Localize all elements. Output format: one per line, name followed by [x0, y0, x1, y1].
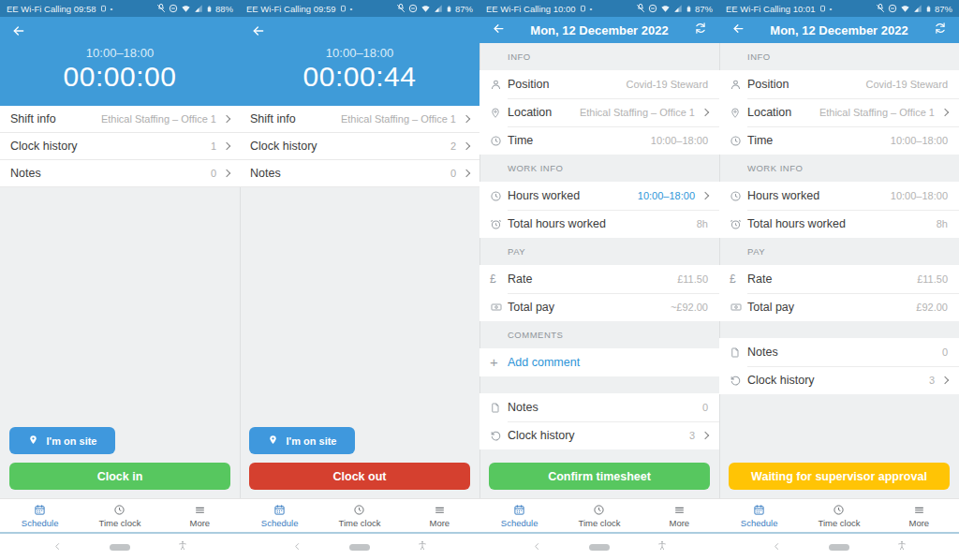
history-icon	[730, 375, 747, 387]
clock-out-button[interactable]: Clock out	[249, 463, 470, 490]
nav-time-clock[interactable]: Time clock	[799, 499, 878, 532]
android-back-icon[interactable]	[292, 538, 302, 555]
row-value: Covid-19 Steward	[627, 79, 708, 90]
row-clock-history[interactable]: Clock history 3	[719, 366, 959, 394]
location-pin-icon	[490, 107, 508, 119]
mute-icon	[876, 4, 885, 13]
nav-label: More	[429, 518, 450, 528]
row-notes[interactable]: Notes 0	[240, 160, 480, 187]
nav-more[interactable]: More	[640, 499, 719, 532]
android-back-icon[interactable]	[772, 538, 782, 555]
row-label: Shift info	[250, 112, 296, 125]
row-label: Rate	[508, 273, 532, 286]
battery-saver-icon	[340, 4, 347, 13]
nav-more[interactable]: More	[160, 499, 240, 532]
row-clock-history[interactable]: Clock history 2	[240, 133, 480, 160]
row-clock-history[interactable]: Clock history 3	[480, 421, 719, 449]
nav-time-clock[interactable]: Time clock	[80, 499, 159, 532]
carrier-time-text: EE Wi-Fi Calling 10:01	[726, 4, 816, 14]
timer-header: 10:00–18:00 00:00:44	[240, 17, 480, 106]
im-on-site-button[interactable]: I'm on site	[9, 427, 115, 454]
nav-schedule[interactable]: Schedule	[719, 499, 799, 532]
row-value: 3	[929, 375, 935, 386]
row-clock-history[interactable]: Clock history 1	[0, 133, 240, 160]
calendar-icon	[753, 504, 765, 516]
location-pin-icon	[28, 434, 38, 448]
back-button[interactable]	[728, 20, 748, 40]
wifi-icon	[660, 4, 671, 13]
chevron-right-icon	[941, 109, 949, 116]
nav-label: Time clock	[818, 518, 860, 528]
battery-saver-icon	[100, 4, 107, 13]
back-button[interactable]	[8, 22, 29, 43]
clock-in-button[interactable]: Clock in	[9, 463, 230, 490]
nav-schedule[interactable]: Schedule	[240, 499, 319, 532]
row-hours-worked[interactable]: Hours worked 10:00–18:00	[480, 182, 719, 210]
row-value: Ethical Staffing – Office 1	[580, 107, 695, 118]
accessibility-person-icon[interactable]	[417, 538, 428, 555]
nav-time-clock[interactable]: Time clock	[559, 499, 639, 532]
calendar-icon	[34, 504, 46, 516]
add-comment-label: Add comment	[508, 356, 580, 369]
elapsed-timer: 00:00:44	[240, 61, 480, 93]
do-not-disturb-icon	[169, 4, 178, 13]
row-value: £92.00	[916, 302, 948, 313]
row-notes[interactable]: Notes 0	[719, 338, 959, 366]
back-button[interactable]	[248, 22, 269, 43]
im-on-site-button[interactable]: I'm on site	[249, 427, 355, 454]
row-label: Position	[508, 78, 549, 91]
accessibility-person-icon[interactable]	[657, 538, 668, 555]
chevron-right-icon	[223, 115, 230, 123]
nav-label: More	[908, 518, 929, 528]
row-notes[interactable]: Notes 0	[0, 160, 240, 187]
screen-timesheet-waiting: EE Wi-Fi Calling 10:01 • 87% Mon, 12 Dec…	[719, 0, 959, 560]
row-location[interactable]: Location Ethical Staffing – Office 1	[480, 98, 719, 126]
android-home-pill[interactable]	[110, 544, 130, 551]
row-total-pay: Total pay £92.00	[719, 293, 959, 321]
nav-more[interactable]: More	[400, 499, 480, 532]
row-location[interactable]: Location Ethical Staffing – Office 1	[719, 98, 959, 126]
row-value: 8h	[697, 218, 708, 229]
waiting-approval-label: Waiting for supervisor approval	[751, 470, 927, 483]
android-gesture-bar	[240, 534, 480, 560]
row-position: Position Covid-19 Steward	[480, 70, 719, 98]
android-back-icon[interactable]	[52, 538, 63, 555]
row-notes[interactable]: Notes 0	[480, 393, 719, 421]
menu-icon	[673, 504, 686, 516]
accessibility-person-icon[interactable]	[896, 538, 907, 555]
android-gesture-bar	[719, 534, 959, 560]
confirm-timesheet-button[interactable]: Confirm timesheet	[489, 463, 710, 490]
android-home-pill[interactable]	[829, 544, 849, 551]
back-button[interactable]	[488, 20, 509, 40]
android-home-pill[interactable]	[589, 544, 610, 551]
section-header-pay: PAY	[719, 238, 959, 265]
battery-icon	[686, 4, 692, 14]
row-rate: £ Rate £11.50	[719, 265, 959, 293]
nav-time-clock[interactable]: Time clock	[319, 499, 399, 532]
nav-more[interactable]: More	[879, 499, 959, 532]
row-shift-info[interactable]: Shift info Ethical Staffing – Office 1	[0, 106, 240, 133]
refresh-button[interactable]	[930, 20, 951, 40]
shift-time-range: 10:00–18:00	[0, 17, 240, 60]
bottom-nav: Schedule Time clock More	[719, 498, 959, 534]
android-gesture-bar	[0, 534, 240, 560]
android-home-pill[interactable]	[349, 544, 370, 551]
row-label: Time	[747, 134, 773, 147]
chevron-right-icon	[223, 169, 230, 177]
clock-in-label: Clock in	[97, 470, 143, 483]
refresh-button[interactable]	[690, 20, 711, 40]
row-shift-info[interactable]: Shift info Ethical Staffing – Office 1	[240, 106, 480, 133]
nav-schedule[interactable]: Schedule	[0, 499, 80, 532]
signal-icon	[673, 4, 683, 13]
waiting-approval-button[interactable]: Waiting for supervisor approval	[729, 463, 950, 490]
wifi-icon	[181, 4, 191, 13]
row-value: Ethical Staffing – Office 1	[341, 113, 456, 125]
refresh-icon	[694, 22, 707, 38]
nav-schedule[interactable]: Schedule	[480, 499, 559, 532]
accessibility-person-icon[interactable]	[177, 538, 188, 555]
app-bar: Mon, 12 December 2022	[480, 17, 719, 43]
android-back-icon[interactable]	[532, 538, 542, 555]
row-add-comment[interactable]: + Add comment	[480, 348, 719, 376]
back-arrow-icon	[492, 22, 506, 39]
status-bar: EE Wi-Fi Calling 09:59 • 87%	[240, 0, 480, 17]
